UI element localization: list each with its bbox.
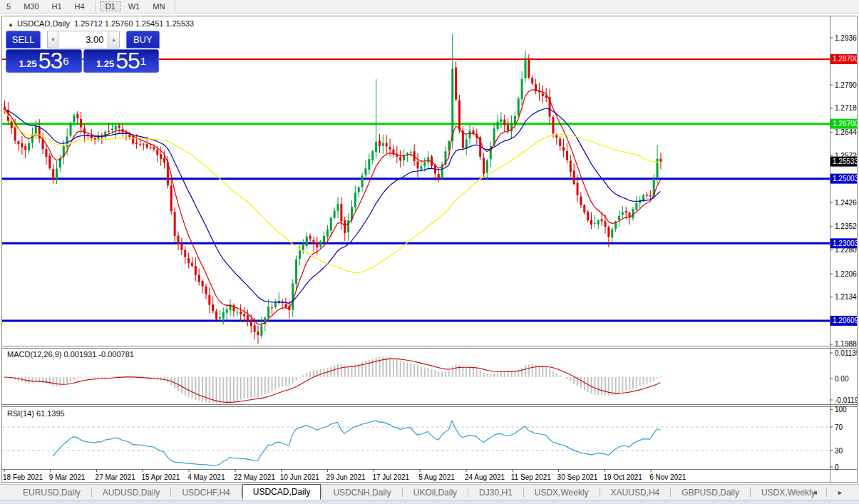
tab-scroll-arrows[interactable]: ◄ ► [812, 489, 852, 496]
indicator-axis-ticks: 0.011350.00-0.0119010070300 [830, 349, 857, 471]
chart-symbol-period: USDCAD,Daily [17, 19, 70, 28]
sell-button[interactable]: SELL [6, 31, 41, 48]
candles-series [4, 34, 662, 344]
tab-ukoil-daily[interactable]: UKOil,Daily [403, 485, 467, 500]
tab-separator [523, 488, 524, 497]
svg-text:1.23003: 1.23003 [833, 240, 857, 247]
window-bottom-strip [0, 500, 859, 504]
collapse-panel-icon[interactable]: ▲ [8, 21, 14, 28]
tab-separator [91, 488, 92, 497]
svg-text:24 Aug 2021: 24 Aug 2021 [465, 473, 505, 481]
toolbar-separator [175, 1, 175, 12]
svg-text:10 Jun 2021: 10 Jun 2021 [280, 473, 319, 481]
ma-mid-line [4, 108, 660, 303]
tab-separator [402, 488, 403, 497]
chart-title: ▲USDCAD,Daily 1.25712 1.25760 1.25451 1.… [8, 19, 194, 28]
macd-indicator-label: MACD(12,26,9) 0.001931 -0.000781 [7, 350, 134, 359]
tab-usdcad-daily[interactable]: USDCAD,Daily [242, 484, 322, 500]
tab-separator [600, 488, 600, 497]
svg-text:1.27900: 1.27900 [835, 81, 857, 89]
svg-text:9 Mar 2021: 9 Mar 2021 [49, 473, 86, 481]
svg-text:11 Sep 2021: 11 Sep 2021 [511, 473, 551, 481]
one-click-trading-widget: SELL ▼ ▲ BUY 1.25 53 6 1.25 55 1 [6, 31, 160, 73]
horizontal-level-lines [2, 59, 830, 321]
price-axis-ticks: 1.293601.279001.271801.264401.257201.242… [830, 34, 857, 349]
tab-separator [241, 488, 242, 497]
timeframe-m30-button[interactable]: M30 [18, 1, 44, 11]
svg-text:1.26700: 1.26700 [833, 120, 857, 128]
svg-text:1.25533: 1.25533 [833, 158, 857, 165]
svg-text:1.19880: 1.19880 [835, 340, 857, 348]
svg-text:6 Nov 2021: 6 Nov 2021 [649, 473, 686, 481]
volume-input[interactable] [58, 31, 108, 48]
ask-price-tile[interactable]: 1.25 55 1 [83, 49, 159, 73]
svg-text:22 May 2021: 22 May 2021 [234, 473, 275, 481]
svg-text:1.28700: 1.28700 [833, 55, 857, 63]
svg-text:100: 100 [835, 406, 847, 413]
tab-usdcnh-daily[interactable]: USDCNH,Daily [323, 485, 401, 500]
svg-text:15 Apr 2021: 15 Apr 2021 [141, 473, 180, 481]
timeframe-w1-button[interactable]: W1 [123, 1, 146, 11]
svg-text:5 Aug 2021: 5 Aug 2021 [418, 473, 455, 481]
tab-usdchf-h4[interactable]: USDCHF,H4 [172, 485, 240, 500]
svg-text:27 Mar 2021: 27 Mar 2021 [96, 473, 136, 481]
timeframe-d1-button[interactable]: D1 [100, 1, 121, 11]
toolbar-separator [95, 1, 96, 12]
tab-separator [670, 488, 671, 497]
timeframe-mn-button[interactable]: MN [147, 1, 170, 11]
macd-signal-line [4, 359, 660, 402]
svg-text:17 Jul 2021: 17 Jul 2021 [372, 473, 409, 481]
tab-separator [322, 488, 322, 497]
chart-tab-bar: EURUSD,DailyAUDUSD,DailyUSDCHF,H4USDCAD,… [0, 484, 859, 500]
bid-price-pips: 53 [38, 50, 63, 71]
tab-xauusd-h4[interactable]: XAUUSD,H4 [601, 485, 670, 500]
svg-text:1.25003: 1.25003 [833, 175, 857, 182]
tab-separator [170, 488, 171, 497]
svg-text:1.24260: 1.24260 [835, 199, 857, 207]
svg-text:18 Feb 2021: 18 Feb 2021 [3, 473, 43, 481]
chart-window: 1.293601.279001.271801.264401.257201.242… [1, 16, 858, 483]
svg-text:1.29360: 1.29360 [835, 34, 857, 42]
tab-dj30-h1[interactable]: DJ30,H1 [469, 485, 523, 500]
svg-text:1.26440: 1.26440 [835, 128, 857, 136]
svg-text:1.22060: 1.22060 [835, 270, 857, 278]
chart-canvas[interactable]: 1.293601.279001.271801.264401.257201.242… [2, 16, 857, 482]
svg-text:30: 30 [835, 447, 843, 455]
buy-button[interactable]: BUY [126, 31, 160, 48]
ask-price-point: 1 [140, 50, 146, 73]
bid-price-point: 6 [63, 50, 68, 73]
svg-text:0.01135: 0.01135 [835, 349, 857, 357]
tab-separator [468, 488, 468, 497]
tab-gbpusd-daily[interactable]: GBPUSD,Daily [672, 485, 749, 500]
volume-increase-button[interactable]: ▲ [108, 31, 119, 48]
chart-ohlc-values: 1.25712 1.25760 1.25451 1.25533 [74, 19, 194, 28]
ma-fast-line [4, 90, 660, 324]
macd-histogram [5, 356, 661, 403]
timeframe-5-button[interactable]: 5 [1, 1, 16, 11]
svg-text:30 Sep 2021: 30 Sep 2021 [557, 473, 598, 481]
date-axis-labels: 18 Feb 20219 Mar 202127 Mar 202115 Apr 2… [3, 469, 686, 481]
svg-text:0: 0 [835, 463, 839, 471]
tab-usdx-weekly[interactable]: USDX,Weekly [525, 485, 599, 500]
svg-text:-0.01190: -0.01190 [835, 396, 857, 404]
rsi-indicator-label: RSI(14) 61.1395 [7, 409, 65, 418]
ask-price-prefix: 1.25 [96, 57, 114, 71]
timeframe-toolbar: 5M30H1H4D1W1MN [0, 0, 859, 14]
timeframe-h4-button[interactable]: H4 [69, 1, 91, 11]
svg-text:0.00: 0.00 [835, 375, 849, 383]
bid-price-prefix: 1.25 [19, 57, 36, 71]
svg-text:1.27180: 1.27180 [835, 104, 857, 112]
tab-audusd-daily[interactable]: AUDUSD,Daily [93, 485, 170, 500]
ask-price-pips: 55 [115, 50, 140, 71]
svg-text:19 Oct 2021: 19 Oct 2021 [603, 473, 642, 481]
svg-text:70: 70 [835, 423, 843, 431]
timeframe-h1-button[interactable]: H1 [46, 1, 68, 11]
svg-text:1.21340: 1.21340 [835, 293, 857, 301]
svg-text:1.20609: 1.20609 [833, 317, 857, 324]
trading-app: 5M30H1H4D1W1MN 1.293601.279001.271801.26… [0, 0, 859, 504]
ma-slow-line [4, 110, 660, 272]
tab-eurusd-daily[interactable]: EURUSD,Daily [13, 485, 91, 500]
volume-decrease-button[interactable]: ▼ [47, 31, 58, 48]
svg-text:1.23520: 1.23520 [835, 222, 857, 230]
bid-price-tile[interactable]: 1.25 53 6 [6, 49, 82, 73]
